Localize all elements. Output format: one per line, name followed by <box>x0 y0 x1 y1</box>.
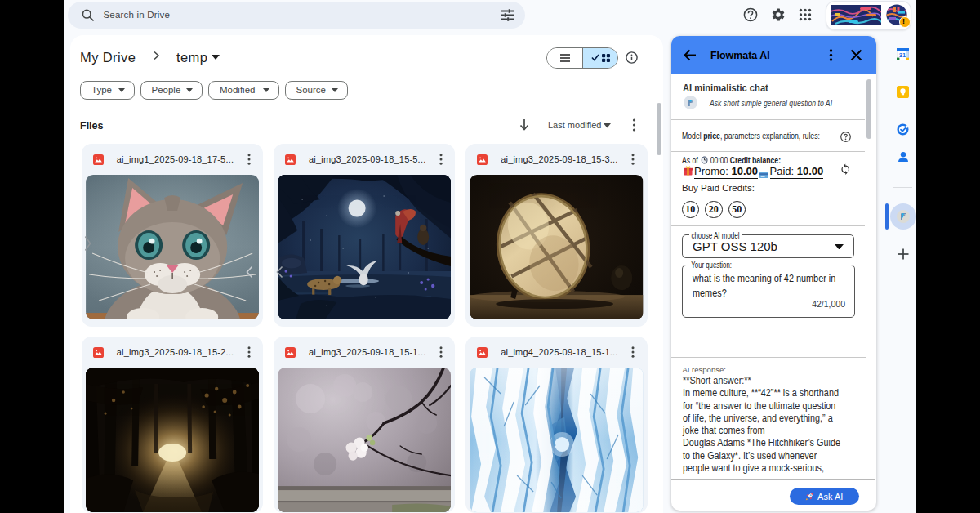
svg-text:31: 31 <box>899 51 906 59</box>
